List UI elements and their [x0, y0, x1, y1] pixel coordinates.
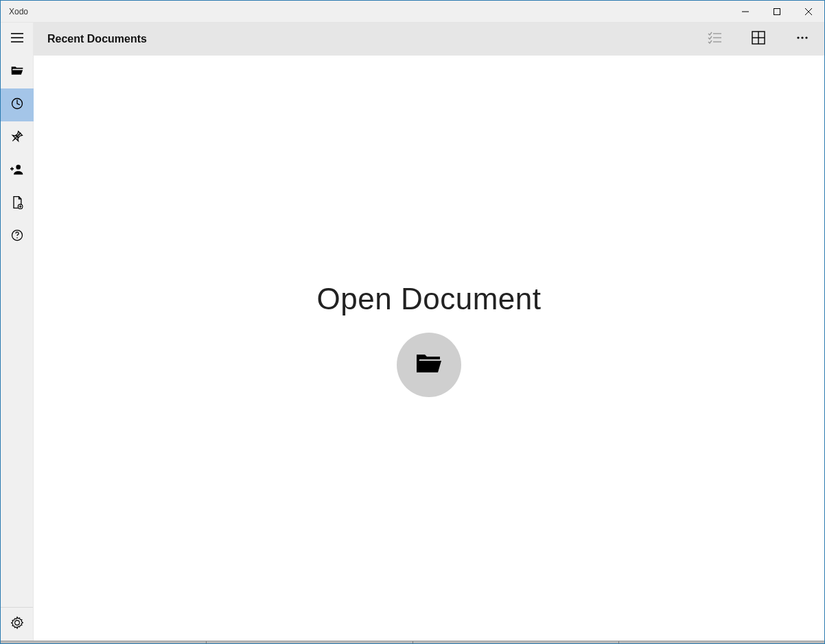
pin-icon	[10, 130, 24, 146]
window-titlebar: Xodo	[1, 1, 824, 23]
app-body: Recent Documents Open Document	[1, 23, 824, 641]
nav-sidebar	[1, 23, 34, 641]
footer-segment	[1, 641, 207, 643]
window-minimize-button[interactable]	[730, 1, 761, 23]
more-horizontal-icon	[795, 31, 809, 47]
close-icon	[805, 5, 812, 18]
footer-bar	[1, 641, 824, 643]
window-close-button[interactable]	[793, 1, 824, 23]
minimize-icon	[742, 5, 749, 18]
open-document-heading: Open Document	[317, 282, 542, 316]
clock-icon	[10, 97, 24, 113]
svg-point-26	[801, 36, 803, 38]
add-person-icon	[10, 163, 24, 179]
footer-segment	[619, 641, 824, 643]
content-area: Open Document	[34, 56, 824, 641]
maximize-icon	[774, 5, 780, 18]
folder-open-icon	[10, 64, 24, 80]
nav-collaborate-button[interactable]	[1, 154, 34, 187]
nav-hamburger-button[interactable]	[1, 23, 34, 56]
svg-rect-1	[774, 8, 780, 14]
nav-pinned-button[interactable]	[1, 121, 34, 154]
svg-point-25	[797, 36, 799, 38]
svg-point-11	[16, 165, 21, 169]
nav-help-button[interactable]	[1, 220, 34, 253]
nav-recent-button[interactable]	[1, 88, 34, 121]
footer-segment	[413, 641, 619, 643]
nav-open-file-button[interactable]	[1, 56, 34, 88]
list-view-icon	[708, 31, 721, 47]
new-document-icon	[10, 195, 24, 212]
window-title: Xodo	[1, 7, 730, 16]
nav-new-document-button[interactable]	[1, 187, 34, 220]
footer-segment	[207, 641, 412, 643]
page-title: Recent Documents	[47, 33, 693, 45]
window-maximize-button[interactable]	[761, 1, 793, 23]
folder-open-large-icon	[415, 352, 443, 378]
svg-point-18	[16, 237, 18, 239]
more-options-button[interactable]	[780, 23, 824, 56]
command-bar: Recent Documents	[34, 23, 824, 56]
nav-sidebar-footer	[1, 607, 33, 641]
grid-view-icon	[752, 31, 765, 47]
help-icon	[10, 228, 24, 245]
open-document-button[interactable]	[397, 333, 461, 397]
nav-sidebar-main	[1, 23, 33, 607]
hamburger-icon	[11, 33, 23, 45]
nav-settings-button[interactable]	[1, 608, 34, 641]
gear-icon	[10, 616, 24, 632]
view-list-button[interactable]	[693, 23, 736, 56]
svg-point-27	[805, 36, 807, 38]
view-grid-button[interactable]	[736, 23, 780, 56]
main-pane: Recent Documents Open Document	[34, 23, 824, 641]
